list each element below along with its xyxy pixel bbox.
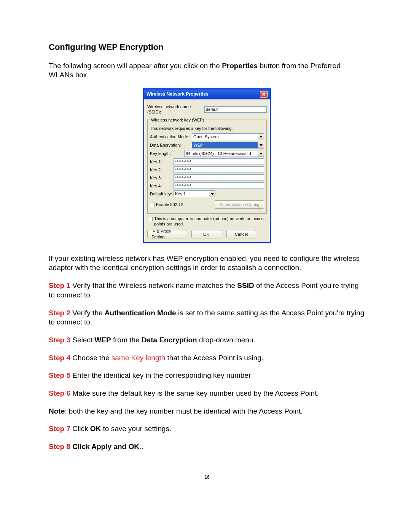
step1-label: Step 1 (49, 281, 70, 289)
step-4: Step 4 Choose the same Key length that t… (49, 353, 365, 363)
key3-label: Key 3: (150, 175, 174, 181)
chevron-down-icon[interactable] (258, 150, 264, 157)
dialog-figure: Wireless Network Properties ✕ Wireless n… (143, 88, 271, 243)
dialog-button-row: IP & Proxy Setting OK Cancel (147, 230, 267, 238)
enc-row: Data Encryption: WEP (150, 142, 264, 149)
key3-row: Key 3: (150, 174, 264, 181)
auth-label: Authentication Mode: (150, 134, 192, 139)
auth-select[interactable]: Open System (192, 133, 264, 140)
keylen-select[interactable]: 64 bits (40+24) - 10 Hexadecimal d (184, 150, 264, 157)
step4-label: Step 4 (49, 354, 70, 362)
keylen-value: 64 bits (40+24) - 10 Hexadecimal d (186, 151, 251, 156)
page-title: Configuring WEP Encryption (49, 42, 365, 53)
cancel-button[interactable]: Cancel (226, 230, 256, 238)
step-3: Step 3 Select WEP from the Data Encrypti… (49, 335, 365, 345)
key3-input[interactable] (174, 174, 264, 181)
dialog-titlebar: Wireless Network Properties ✕ (144, 89, 270, 99)
step2-label: Step 2 (49, 309, 70, 317)
document-page: Configuring WEP Encryption The following… (0, 0, 411, 495)
enc-label: Data Encryption: (150, 142, 192, 148)
note-label: Note (49, 407, 65, 415)
step-1: Step 1 Verify that the Wireless network … (49, 281, 365, 300)
ip-proxy-button[interactable]: IP & Proxy Setting (147, 230, 186, 238)
para-2: If your existing wireless network has WE… (49, 254, 365, 273)
keylen-label: Key length: (150, 151, 184, 156)
intro-pre: The following screen will appear after y… (49, 62, 222, 70)
key1-input[interactable] (174, 158, 264, 165)
key4-label: Key 4: (150, 183, 174, 189)
ssid-input[interactable] (204, 106, 267, 113)
close-icon[interactable]: ✕ (260, 91, 268, 98)
wep-desc: This network requires a key for the foll… (150, 126, 264, 131)
defkey-row: Default key: Key 1 (150, 190, 264, 197)
chevron-down-icon[interactable] (258, 133, 264, 140)
key1-label: Key 1: (150, 159, 174, 165)
defkey-select[interactable]: Key 1 (174, 190, 215, 197)
ok-button[interactable]: OK (191, 230, 221, 238)
ssid-row: Wireless network name (SSID): (147, 104, 267, 115)
intro-paragraph: The following screen will appear after y… (49, 61, 365, 80)
step-6: Step 6 Make sure the default key is the … (49, 389, 365, 398)
step8-label: Step 8 (49, 443, 70, 451)
adhoc-label: This is a computer-to-computer (ad hoc) … (154, 216, 267, 227)
step-8: Step 8 Click Apply and OK.. (49, 442, 365, 452)
step-7: Step 7 Click OK to save your settings. (49, 424, 365, 434)
ssid-label: Wireless network name (SSID): (147, 104, 204, 115)
step7-label: Step 7 (49, 425, 70, 433)
keylen-row: Key length: 64 bits (40+24) - 10 Hexadec… (150, 150, 264, 157)
wep-fieldset: Wireless network key (WEP) This network … (147, 117, 267, 214)
checkbox-icon[interactable] (148, 217, 153, 221)
wep-legend: Wireless network key (WEP) (150, 117, 205, 123)
checkbox-icon[interactable] (150, 203, 155, 207)
key2-row: Key 2: (150, 166, 264, 173)
note: Note: both the key and the key number mu… (49, 407, 365, 416)
key2-input[interactable] (174, 166, 264, 173)
defkey-value: Key 1 (175, 191, 186, 197)
defkey-label: Default key: (150, 191, 174, 197)
chevron-down-icon[interactable] (258, 142, 264, 149)
key4-row: Key 4: (150, 182, 264, 189)
enable8021x-label: Enable 802.1X (156, 202, 183, 207)
intro-bold: Properties (222, 62, 258, 70)
step6-label: Step 6 (49, 389, 70, 397)
enable8021x-checkbox-wrap[interactable]: Enable 802.1X (150, 202, 183, 207)
auth-row: Authentication Mode: Open System (150, 133, 264, 140)
key4-input[interactable] (174, 182, 264, 189)
enc-select[interactable]: WEP (192, 142, 264, 149)
adhoc-row[interactable]: This is a computer-to-computer (ad hoc) … (148, 216, 267, 227)
key1-row: Key 1: (150, 158, 264, 165)
dialog-window: Wireless Network Properties ✕ Wireless n… (143, 88, 271, 243)
dialog-title: Wireless Network Properties (147, 91, 260, 97)
chevron-down-icon[interactable] (209, 190, 215, 197)
auth-value: Open System (193, 134, 219, 139)
dialog-body: Wireless network name (SSID): Wireless n… (144, 99, 270, 242)
step3-label: Step 3 (49, 336, 70, 344)
key2-label: Key 2: (150, 167, 174, 173)
step-2: Step 2 Verify the Authentication Mode is… (49, 308, 365, 327)
enable8021x-row: Enable 802.1X Authentication Config (150, 200, 264, 209)
step5-label: Step 5 (49, 371, 70, 379)
enc-value: WEP (193, 142, 203, 148)
auth-config-button[interactable]: Authentication Config (215, 200, 264, 209)
page-number: 16 (49, 474, 365, 481)
step-5: Step 5 Enter the identical key in the co… (49, 371, 365, 380)
